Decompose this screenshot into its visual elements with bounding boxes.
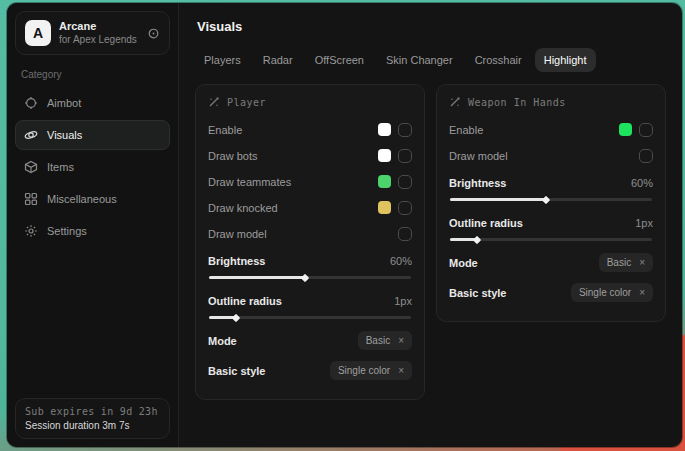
outline-radius-slider[interactable] bbox=[450, 238, 652, 241]
slider-row-outline-radius: Outline radius 1px bbox=[449, 212, 653, 233]
tab-offscreen[interactable]: OffScreen bbox=[306, 48, 373, 72]
remove-icon[interactable]: × bbox=[639, 258, 645, 268]
brightness-value: 60% bbox=[390, 255, 412, 267]
weapon-icon bbox=[449, 96, 461, 108]
tab-highlight[interactable]: Highlight bbox=[535, 48, 596, 72]
draw-teammates-checkbox[interactable] bbox=[398, 175, 412, 189]
enable-checkbox[interactable] bbox=[639, 123, 653, 137]
slider-row-brightness: Brightness 60% bbox=[449, 172, 653, 193]
sidebar: A Arcane for Apex Legends Category Aimbo… bbox=[7, 3, 179, 447]
tab-bar: Players Radar OffScreen Skin Changer Cro… bbox=[195, 48, 666, 72]
panel-title: Player bbox=[227, 97, 266, 108]
toggle-row-draw-knocked: Draw knocked bbox=[208, 197, 412, 218]
toggle-row-draw-bots: Draw bots bbox=[208, 145, 412, 166]
slider-row-outline-radius: Outline radius 1px bbox=[208, 290, 412, 311]
brand-card: A Arcane for Apex Legends bbox=[15, 11, 170, 55]
outline-radius-slider[interactable] bbox=[209, 316, 411, 319]
tab-skin-changer[interactable]: Skin Changer bbox=[377, 48, 462, 72]
select-row-basic-style: Basic style Single color × bbox=[208, 360, 412, 381]
toggle-row-draw-model: Draw model bbox=[208, 223, 412, 244]
page-title: Visuals bbox=[197, 19, 666, 34]
package-icon bbox=[24, 160, 38, 174]
color-swatch[interactable] bbox=[378, 201, 391, 214]
draw-model-checkbox[interactable] bbox=[398, 227, 412, 241]
toggle-row-enable: Enable bbox=[449, 119, 653, 140]
draw-knocked-checkbox[interactable] bbox=[398, 201, 412, 215]
remove-icon[interactable]: × bbox=[398, 336, 404, 346]
player-icon bbox=[208, 96, 220, 108]
tab-radar[interactable]: Radar bbox=[254, 48, 302, 72]
color-swatch[interactable] bbox=[378, 149, 391, 162]
remove-icon[interactable]: × bbox=[398, 366, 404, 376]
sidebar-item-label: Aimbot bbox=[47, 97, 81, 109]
app-subtitle: for Apex Legends bbox=[59, 34, 139, 47]
outline-radius-value: 1px bbox=[394, 295, 412, 307]
tab-players[interactable]: Players bbox=[195, 48, 250, 72]
app-window: A Arcane for Apex Legends Category Aimbo… bbox=[7, 3, 682, 447]
target-icon[interactable] bbox=[147, 27, 160, 40]
player-panel: Player Enable Draw bots bbox=[195, 84, 425, 400]
brightness-value: 60% bbox=[631, 177, 653, 189]
sidebar-item-label: Items bbox=[47, 161, 74, 173]
weapon-in-hands-panel: Weapon In Hands Enable Draw model bbox=[436, 84, 666, 322]
toggle-row-draw-teammates: Draw teammates bbox=[208, 171, 412, 192]
main-content: Visuals Players Radar OffScreen Skin Cha… bbox=[179, 3, 682, 447]
basic-style-select[interactable]: Single color × bbox=[330, 361, 412, 380]
toggle-row-enable: Enable bbox=[208, 119, 412, 140]
color-swatch[interactable] bbox=[619, 123, 632, 136]
sidebar-item-items[interactable]: Items bbox=[15, 152, 170, 182]
select-row-mode: Mode Basic × bbox=[449, 252, 653, 273]
panel-title: Weapon In Hands bbox=[468, 97, 566, 108]
crosshair-icon bbox=[24, 96, 38, 110]
sidebar-item-settings[interactable]: Settings bbox=[15, 216, 170, 246]
sidebar-item-miscellaneous[interactable]: Miscellaneous bbox=[15, 184, 170, 214]
sidebar-item-label: Settings bbox=[47, 225, 87, 237]
slider-row-brightness: Brightness 60% bbox=[208, 250, 412, 271]
outline-radius-value: 1px bbox=[635, 217, 653, 229]
sidebar-nav: Aimbot Visuals Items bbox=[15, 88, 170, 246]
draw-bots-checkbox[interactable] bbox=[398, 149, 412, 163]
color-swatch[interactable] bbox=[378, 175, 391, 188]
basic-style-select[interactable]: Single color × bbox=[571, 283, 653, 302]
enable-checkbox[interactable] bbox=[398, 123, 412, 137]
grid-icon bbox=[24, 192, 38, 206]
app-name: Arcane bbox=[59, 20, 139, 34]
toggle-row-draw-model: Draw model bbox=[449, 145, 653, 166]
draw-model-checkbox[interactable] bbox=[639, 149, 653, 163]
sidebar-item-label: Miscellaneous bbox=[47, 193, 117, 205]
select-row-mode: Mode Basic × bbox=[208, 330, 412, 351]
color-swatch[interactable] bbox=[378, 123, 391, 136]
sidebar-item-aimbot[interactable]: Aimbot bbox=[15, 88, 170, 118]
app-logo: A bbox=[25, 20, 51, 46]
tab-crosshair[interactable]: Crosshair bbox=[466, 48, 531, 72]
eye-orbit-icon bbox=[24, 128, 38, 142]
panels: Player Enable Draw bots bbox=[195, 84, 666, 400]
brightness-slider[interactable] bbox=[209, 276, 411, 279]
mode-select[interactable]: Basic × bbox=[599, 253, 653, 272]
select-row-basic-style: Basic style Single color × bbox=[449, 282, 653, 303]
mode-select[interactable]: Basic × bbox=[358, 331, 412, 350]
brightness-slider[interactable] bbox=[450, 198, 652, 201]
session-duration-text: Session duration 3m 7s bbox=[25, 420, 160, 431]
subscription-info: Sub expires in 9d 23h Session duration 3… bbox=[15, 398, 170, 439]
remove-icon[interactable]: × bbox=[639, 288, 645, 298]
sidebar-item-visuals[interactable]: Visuals bbox=[15, 120, 170, 150]
sub-expires-text: Sub expires in 9d 23h bbox=[25, 406, 160, 417]
sidebar-item-label: Visuals bbox=[47, 129, 82, 141]
gear-icon bbox=[24, 224, 38, 238]
category-label: Category bbox=[21, 69, 164, 80]
